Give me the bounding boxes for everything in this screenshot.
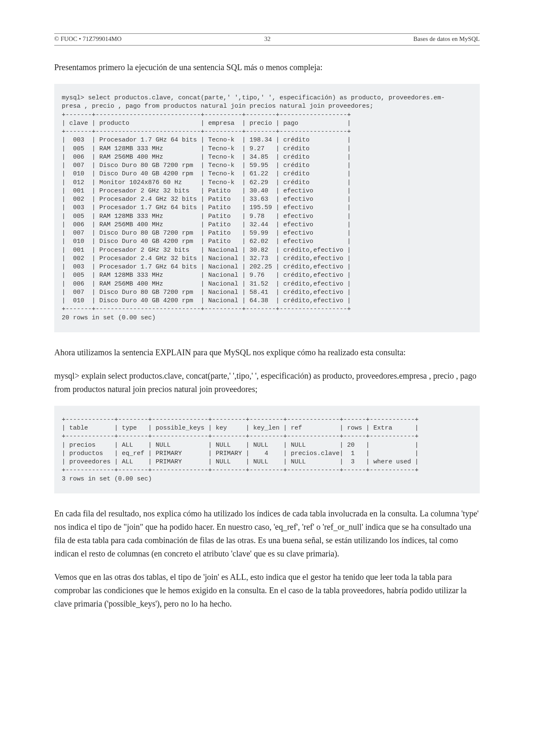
header-right: Bases de datos en MySQL — [413, 35, 480, 43]
header-left: © FUOC • 71Z799014MO — [54, 35, 121, 43]
page-header: © FUOC • 71Z799014MO 32 Bases de datos e… — [54, 33, 480, 46]
sql-result-block-1: mysql> select productos.clave, concat(pa… — [54, 84, 480, 332]
explain-query-text: mysql> explain select productos.clave, c… — [54, 369, 480, 396]
sql-result-block-2: +-------------+--------+---------------+… — [54, 406, 480, 493]
intro-paragraph: Presentamos primero la ejecución de una … — [54, 61, 480, 74]
explanation-paragraph-1: En cada fila del resultado, nos explica … — [54, 507, 480, 560]
document-page: © FUOC • 71Z799014MO 32 Bases de datos e… — [0, 0, 534, 756]
explain-intro-paragraph: Ahora utilizamos la sentencia EXPLAIN pa… — [54, 346, 480, 359]
explanation-paragraph-2: Vemos que en las otras dos tablas, el ti… — [54, 570, 480, 610]
header-page-number: 32 — [264, 35, 271, 43]
